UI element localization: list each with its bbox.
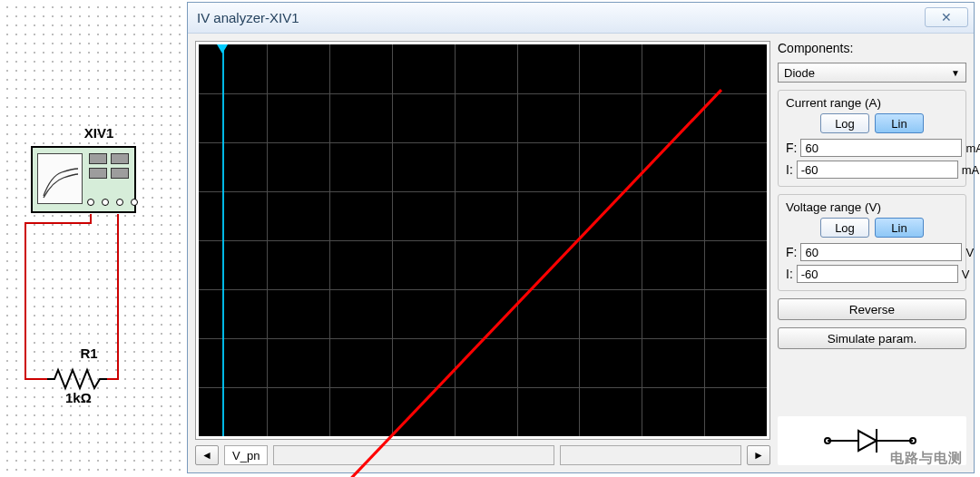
current-range-title: Current range (A)	[786, 96, 958, 110]
current-F-label: F:	[786, 141, 797, 155]
simulate-param-button[interactable]: Simulate param.	[778, 327, 966, 349]
close-icon: ✕	[941, 10, 952, 24]
current-F-input[interactable]	[800, 139, 962, 157]
voltage-range-group: Voltage range (V) Log Lin F: V I: V	[778, 194, 966, 291]
voltage-lin-toggle[interactable]: Lin	[875, 218, 924, 238]
voltage-log-toggle[interactable]: Log	[820, 218, 869, 238]
current-I-input[interactable]	[797, 161, 958, 179]
watermark-text: 电路与电测	[890, 450, 963, 467]
schematic-canvas[interactable]: XIV1 R1 1kΩ	[0, 0, 186, 477]
voltage-I-label: I:	[786, 267, 793, 281]
current-F-unit: mA	[965, 141, 980, 155]
svg-line-0	[267, 90, 721, 477]
chevron-down-icon: ▼	[951, 68, 960, 78]
resistor-value-label: 1kΩ	[65, 390, 92, 405]
current-I-unit: mA	[962, 163, 980, 177]
close-button[interactable]: ✕	[925, 7, 968, 27]
components-selected-value: Diode	[784, 66, 815, 80]
reverse-button[interactable]: Reverse	[778, 298, 966, 320]
voltage-F-label: F:	[786, 245, 797, 259]
current-range-group: Current range (A) Log Lin F: mA I: mA	[778, 90, 966, 187]
svg-marker-2	[858, 431, 877, 451]
iv-analyzer-window: IV analyzer-XIV1 ✕	[187, 2, 975, 473]
plot-frame	[195, 41, 770, 440]
current-log-toggle[interactable]: Log	[820, 113, 869, 133]
current-lin-toggle[interactable]: Lin	[875, 113, 924, 133]
current-I-label: I:	[786, 162, 793, 177]
control-panel: Components: Diode ▼ Current range (A) Lo…	[778, 41, 966, 465]
titlebar[interactable]: IV analyzer-XIV1 ✕	[188, 3, 974, 34]
voltage-I-input[interactable]	[797, 265, 958, 283]
window-title: IV analyzer-XIV1	[197, 10, 299, 25]
voltage-F-input[interactable]	[800, 243, 962, 261]
components-select[interactable]: Diode ▼	[778, 63, 966, 83]
components-label: Components:	[778, 41, 966, 55]
resistor-ref-label: R1	[71, 346, 107, 361]
voltage-I-unit: V	[962, 268, 970, 281]
voltage-F-unit: V	[965, 246, 974, 259]
voltage-range-title: Voltage range (V)	[786, 200, 958, 214]
iv-plot[interactable]	[199, 44, 767, 436]
